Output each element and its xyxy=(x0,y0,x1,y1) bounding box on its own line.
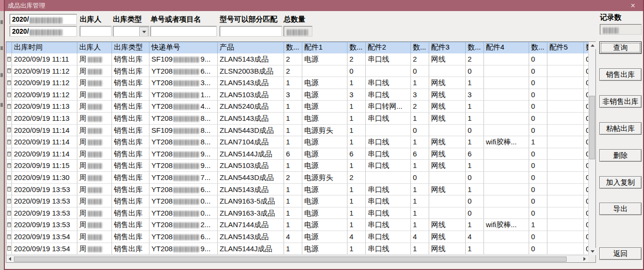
cell-express[interactable]: YT2080... xyxy=(149,195,218,207)
cell-express[interactable]: YT2088... xyxy=(149,136,218,148)
cell-accessory-2-qty[interactable]: 0 xyxy=(411,65,429,77)
non-sales-out-button[interactable]: 非销售出库 xyxy=(599,95,642,108)
table-row[interactable]: 2020/09/19 13:53周销售出库YT2080...ZLAN9163-5… xyxy=(6,195,588,207)
cell-qty[interactable]: 6 xyxy=(284,148,302,160)
cell-accessory-5[interactable] xyxy=(547,231,584,243)
cell-accessory-5-qty[interactable]: 0 xyxy=(584,77,588,89)
cell-time[interactable]: 2020/09/19 11:12 xyxy=(12,77,77,89)
cell-accessory-4-qty[interactable]: 0 xyxy=(529,172,547,184)
cell-accessory-3-qty[interactable]: 1 xyxy=(466,219,484,231)
cell-accessory-3-qty[interactable]: 1 xyxy=(466,184,484,196)
horizontal-scrollbar-thumb[interactable] xyxy=(14,257,567,262)
cell-time[interactable]: 2020/09/19 11:14 xyxy=(12,136,77,148)
sales-out-button[interactable]: 销售出库 xyxy=(599,68,642,81)
cell-accessory-5-qty[interactable]: 0 xyxy=(584,136,588,148)
table-row[interactable]: 2020/09/19 13:54周销售出库YT2086...ZLAN5143成品… xyxy=(6,231,588,243)
cell-accessory-3[interactable]: 网线 xyxy=(429,243,466,255)
cell-accessory-3[interactable]: 网线 xyxy=(429,77,466,89)
cell-accessory-1-qty[interactable]: 0 xyxy=(347,65,366,77)
cell-accessory-4[interactable] xyxy=(484,207,529,219)
order-input[interactable] xyxy=(150,26,217,37)
cell-type[interactable]: 销售出库 xyxy=(112,89,149,101)
cell-product[interactable]: ZLAN9163-5成品 xyxy=(218,195,284,207)
query-button[interactable]: 查询 xyxy=(599,41,642,54)
titlebar[interactable]: 成品出库管理 × xyxy=(5,0,643,11)
cell-accessory-1[interactable]: 电源 xyxy=(302,160,347,172)
cell-type[interactable]: 销售出库 xyxy=(112,53,149,65)
cell-accessory-5[interactable] xyxy=(547,113,584,125)
cell-time[interactable]: 2020/09/19 11:13 xyxy=(12,101,77,113)
cell-accessory-1-qty[interactable]: 1 xyxy=(347,125,366,137)
cell-type[interactable]: 销售出库 xyxy=(112,136,149,148)
cell-express[interactable]: YT2082... xyxy=(149,219,218,231)
cell-accessory-1-qty[interactable]: 2 xyxy=(347,172,366,184)
cell-product[interactable]: ZLAN5103成品 xyxy=(218,160,284,172)
cell-time[interactable]: 2020/09/19 13:53 xyxy=(12,219,77,231)
cell-time[interactable]: 2020/09/19 11:11 xyxy=(12,53,77,65)
cell-qty[interactable]: 1 xyxy=(284,101,302,113)
horizontal-scrollbar[interactable] xyxy=(6,255,588,262)
cell-accessory-2-qty[interactable]: 1 xyxy=(411,136,429,148)
column-header-1[interactable]: 出库时间 xyxy=(12,42,77,53)
cell-accessory-1[interactable]: 电源 xyxy=(302,148,347,160)
cell-accessory-1[interactable]: 电源 xyxy=(302,89,347,101)
cell-accessory-3-qty[interactable]: 2 xyxy=(466,53,484,65)
cell-accessory-2[interactable]: 串口线 xyxy=(366,231,411,243)
date-from-input[interactable]: 2020/ xyxy=(10,14,77,25)
cell-accessory-4-qty[interactable]: 0 xyxy=(529,160,547,172)
cell-type[interactable]: 销售出库 xyxy=(112,243,149,255)
cell-accessory-3[interactable] xyxy=(429,65,466,77)
cell-express[interactable]: YT2084... xyxy=(149,101,218,113)
vertical-scrollbar[interactable] xyxy=(588,42,595,255)
cell-accessory-2[interactable]: 串口线 xyxy=(366,113,411,125)
cell-accessory-5[interactable] xyxy=(547,195,584,207)
cell-accessory-3-qty[interactable]: 4 xyxy=(466,231,484,243)
row-header-cell[interactable] xyxy=(6,148,12,160)
cell-accessory-2[interactable]: 串口线 xyxy=(366,89,411,101)
cell-product[interactable]: ZLAN5143成品 xyxy=(218,231,284,243)
cell-accessory-1-qty[interactable]: 1 xyxy=(347,219,366,231)
scroll-right-button[interactable] xyxy=(581,256,588,262)
cell-accessory-1[interactable]: 电源 xyxy=(302,53,347,65)
cell-accessory-4[interactable] xyxy=(484,101,529,113)
table-row[interactable]: 2020/09/19 11:13周销售出库YT2088...ZLAN5143成品… xyxy=(6,113,588,125)
cell-accessory-2[interactable]: 串口线 xyxy=(366,77,411,89)
cell-accessory-3[interactable]: 网线 xyxy=(429,89,466,101)
cell-accessory-1-qty[interactable]: 1 xyxy=(347,113,366,125)
cell-qty[interactable]: 1 xyxy=(284,207,302,219)
column-header-row-selector[interactable] xyxy=(6,42,12,53)
cell-product[interactable]: ZLAN7104成品 xyxy=(218,136,284,148)
cell-type[interactable]: 销售出库 xyxy=(112,125,149,137)
cell-person[interactable]: 周 xyxy=(77,113,112,125)
cell-accessory-3[interactable]: 网线 xyxy=(429,160,466,172)
column-header-15[interactable]: 配件5 xyxy=(547,42,584,53)
cell-qty[interactable]: 2 xyxy=(284,172,302,184)
cell-accessory-4[interactable] xyxy=(484,172,529,184)
cell-accessory-1[interactable]: 电源 xyxy=(302,231,347,243)
cell-express[interactable]: YT2086... xyxy=(149,184,218,196)
cell-accessory-4-qty[interactable]: 0 xyxy=(529,207,547,219)
cell-accessory-3[interactable] xyxy=(429,125,466,137)
cell-accessory-3-qty[interactable]: 0 xyxy=(466,207,484,219)
row-header-cell[interactable] xyxy=(6,243,12,255)
cell-product[interactable]: ZLAN5143成品 xyxy=(218,113,284,125)
cell-express[interactable]: YT2089... xyxy=(149,160,218,172)
cell-accessory-3[interactable] xyxy=(429,172,466,184)
cell-accessory-1-qty[interactable]: 6 xyxy=(347,148,366,160)
cell-accessory-1[interactable]: 电源 xyxy=(302,219,347,231)
cell-accessory-1[interactable]: 电源 xyxy=(302,207,347,219)
cell-accessory-1-qty[interactable]: 1 xyxy=(347,77,366,89)
cell-person[interactable]: 周 xyxy=(77,184,112,196)
cell-accessory-3[interactable]: 网线 xyxy=(429,136,466,148)
column-header-5[interactable]: 产品 xyxy=(218,42,284,53)
cell-accessory-4[interactable] xyxy=(484,125,529,137)
row-header-cell[interactable] xyxy=(6,184,12,196)
cell-qty[interactable]: 1 xyxy=(284,113,302,125)
cell-accessory-5[interactable] xyxy=(547,89,584,101)
table-row[interactable]: 2020/09/19 13:53周销售出库YT2086...ZLAN5143成品… xyxy=(6,184,588,196)
row-header-cell[interactable] xyxy=(6,77,12,89)
cell-accessory-3[interactable]: 网线 xyxy=(429,184,466,196)
cell-person[interactable]: 周 xyxy=(77,195,112,207)
cell-accessory-2-qty[interactable]: 6 xyxy=(411,148,429,160)
cell-express[interactable]: YT2083... xyxy=(149,77,218,89)
